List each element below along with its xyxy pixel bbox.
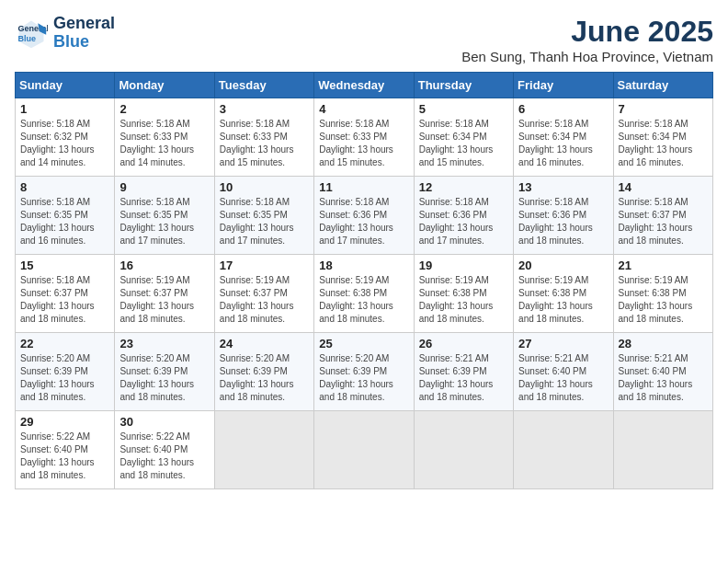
day-2: 2Sunrise: 5:18 AMSunset: 6:33 PMDaylight… [115, 98, 214, 177]
day-1: 1Sunrise: 5:18 AMSunset: 6:32 PMDaylight… [16, 98, 115, 177]
day-info-20: Sunrise: 5:19 AMSunset: 6:38 PMDaylight:… [518, 274, 608, 326]
day-7: 7Sunrise: 5:18 AMSunset: 6:34 PMDaylight… [613, 98, 712, 177]
calendar-subtitle: Ben Sung, Thanh Hoa Province, Vietnam [461, 49, 713, 64]
day-number-29: 29 [20, 415, 109, 429]
day-number-10: 10 [220, 180, 309, 194]
day-number-7: 7 [619, 102, 708, 116]
day-number-12: 12 [419, 180, 508, 194]
empty-cell [613, 411, 712, 489]
day-number-28: 28 [619, 337, 708, 350]
day-3: 3Sunrise: 5:18 AMSunset: 6:33 PMDaylight… [214, 98, 313, 177]
day-number-30: 30 [119, 415, 209, 429]
day-number-21: 21 [619, 259, 708, 272]
day-info-30: Sunrise: 5:22 AMSunset: 6:40 PMDaylight:… [119, 431, 209, 482]
day-number-9: 9 [119, 180, 209, 194]
header-monday: Monday [115, 73, 214, 98]
day-6: 6Sunrise: 5:18 AMSunset: 6:34 PMDaylight… [514, 98, 613, 177]
week-row-1: 1Sunrise: 5:18 AMSunset: 6:32 PMDaylight… [16, 98, 713, 177]
day-number-27: 27 [518, 337, 608, 350]
day-4: 4Sunrise: 5:18 AMSunset: 6:33 PMDaylight… [314, 98, 414, 177]
day-number-14: 14 [619, 180, 708, 194]
logo-icon: General Blue [15, 17, 48, 50]
day-13: 13Sunrise: 5:18 AMSunset: 6:36 PMDayligh… [514, 177, 613, 255]
day-24: 24Sunrise: 5:20 AMSunset: 6:39 PMDayligh… [214, 333, 313, 411]
day-info-12: Sunrise: 5:18 AMSunset: 6:36 PMDaylight:… [419, 196, 508, 247]
day-number-5: 5 [419, 102, 508, 116]
calendar-header-row: Sunday Monday Tuesday Wednesday Thursday… [16, 73, 713, 98]
day-number-1: 1 [20, 102, 109, 116]
day-info-14: Sunrise: 5:18 AMSunset: 6:37 PMDaylight:… [619, 196, 708, 247]
day-14: 14Sunrise: 5:18 AMSunset: 6:37 PMDayligh… [613, 177, 712, 255]
day-info-19: Sunrise: 5:19 AMSunset: 6:38 PMDaylight:… [419, 274, 508, 326]
day-number-13: 13 [518, 180, 608, 194]
day-info-10: Sunrise: 5:18 AMSunset: 6:35 PMDaylight:… [220, 196, 309, 247]
day-number-25: 25 [319, 337, 408, 350]
day-info-8: Sunrise: 5:18 AMSunset: 6:35 PMDaylight:… [20, 196, 109, 247]
day-number-15: 15 [20, 259, 109, 272]
week-row-4: 22Sunrise: 5:20 AMSunset: 6:39 PMDayligh… [16, 333, 713, 411]
day-info-21: Sunrise: 5:19 AMSunset: 6:38 PMDaylight:… [619, 274, 708, 326]
day-info-22: Sunrise: 5:20 AMSunset: 6:39 PMDaylight:… [20, 352, 109, 404]
week-row-3: 15Sunrise: 5:18 AMSunset: 6:37 PMDayligh… [16, 255, 713, 333]
day-16: 16Sunrise: 5:19 AMSunset: 6:37 PMDayligh… [115, 255, 214, 333]
day-number-22: 22 [20, 337, 109, 350]
day-number-18: 18 [319, 259, 408, 272]
day-21: 21Sunrise: 5:19 AMSunset: 6:38 PMDayligh… [613, 255, 712, 333]
page-header: General Blue General Blue June 2025 Ben … [15, 15, 713, 64]
calendar-table: Sunday Monday Tuesday Wednesday Thursday… [15, 72, 713, 489]
day-number-8: 8 [20, 180, 109, 194]
header-tuesday: Tuesday [214, 73, 313, 98]
day-9: 9Sunrise: 5:18 AMSunset: 6:35 PMDaylight… [115, 177, 214, 255]
empty-cell [514, 411, 613, 489]
day-20: 20Sunrise: 5:19 AMSunset: 6:38 PMDayligh… [514, 255, 613, 333]
day-27: 27Sunrise: 5:21 AMSunset: 6:40 PMDayligh… [514, 333, 613, 411]
day-info-23: Sunrise: 5:20 AMSunset: 6:39 PMDaylight:… [119, 352, 209, 404]
day-5: 5Sunrise: 5:18 AMSunset: 6:34 PMDaylight… [414, 98, 513, 177]
header-saturday: Saturday [613, 73, 712, 98]
day-info-5: Sunrise: 5:18 AMSunset: 6:34 PMDaylight:… [419, 118, 508, 169]
day-11: 11Sunrise: 5:18 AMSunset: 6:36 PMDayligh… [314, 177, 414, 255]
calendar-title: June 2025 [461, 15, 713, 49]
svg-text:Blue: Blue [18, 34, 37, 43]
day-number-26: 26 [419, 337, 508, 350]
day-17: 17Sunrise: 5:19 AMSunset: 6:37 PMDayligh… [214, 255, 313, 333]
header-friday: Friday [514, 73, 613, 98]
day-info-26: Sunrise: 5:21 AMSunset: 6:39 PMDaylight:… [419, 352, 508, 404]
day-info-1: Sunrise: 5:18 AMSunset: 6:32 PMDaylight:… [20, 118, 109, 169]
day-8: 8Sunrise: 5:18 AMSunset: 6:35 PMDaylight… [16, 177, 115, 255]
week-row-5: 29Sunrise: 5:22 AMSunset: 6:40 PMDayligh… [16, 411, 713, 489]
day-number-4: 4 [319, 102, 408, 116]
header-wednesday: Wednesday [314, 73, 414, 98]
day-info-18: Sunrise: 5:19 AMSunset: 6:38 PMDaylight:… [319, 274, 408, 326]
day-number-23: 23 [119, 337, 209, 350]
day-info-25: Sunrise: 5:20 AMSunset: 6:39 PMDaylight:… [319, 352, 408, 404]
logo-general: General [53, 14, 115, 32]
day-19: 19Sunrise: 5:19 AMSunset: 6:38 PMDayligh… [414, 255, 513, 333]
header-thursday: Thursday [414, 73, 513, 98]
day-number-19: 19 [419, 259, 508, 272]
day-number-6: 6 [518, 102, 608, 116]
day-number-16: 16 [119, 259, 209, 272]
day-info-11: Sunrise: 5:18 AMSunset: 6:36 PMDaylight:… [319, 196, 408, 247]
day-26: 26Sunrise: 5:21 AMSunset: 6:39 PMDayligh… [414, 333, 513, 411]
day-number-24: 24 [220, 337, 309, 350]
day-12: 12Sunrise: 5:18 AMSunset: 6:36 PMDayligh… [414, 177, 513, 255]
week-row-2: 8Sunrise: 5:18 AMSunset: 6:35 PMDaylight… [16, 177, 713, 255]
day-23: 23Sunrise: 5:20 AMSunset: 6:39 PMDayligh… [115, 333, 214, 411]
day-info-27: Sunrise: 5:21 AMSunset: 6:40 PMDaylight:… [518, 352, 608, 404]
day-29: 29Sunrise: 5:22 AMSunset: 6:40 PMDayligh… [16, 411, 115, 489]
day-info-28: Sunrise: 5:21 AMSunset: 6:40 PMDaylight:… [619, 352, 708, 404]
day-info-3: Sunrise: 5:18 AMSunset: 6:33 PMDaylight:… [220, 118, 309, 169]
day-28: 28Sunrise: 5:21 AMSunset: 6:40 PMDayligh… [613, 333, 712, 411]
day-info-17: Sunrise: 5:19 AMSunset: 6:37 PMDaylight:… [220, 274, 309, 326]
day-info-2: Sunrise: 5:18 AMSunset: 6:33 PMDaylight:… [119, 118, 209, 169]
logo: General Blue General Blue [15, 15, 115, 52]
day-info-4: Sunrise: 5:18 AMSunset: 6:33 PMDaylight:… [319, 118, 408, 169]
day-22: 22Sunrise: 5:20 AMSunset: 6:39 PMDayligh… [16, 333, 115, 411]
header-sunday: Sunday [16, 73, 115, 98]
day-15: 15Sunrise: 5:18 AMSunset: 6:37 PMDayligh… [16, 255, 115, 333]
day-number-17: 17 [220, 259, 309, 272]
day-number-3: 3 [220, 102, 309, 116]
day-25: 25Sunrise: 5:20 AMSunset: 6:39 PMDayligh… [314, 333, 414, 411]
day-info-16: Sunrise: 5:19 AMSunset: 6:37 PMDaylight:… [119, 274, 209, 326]
